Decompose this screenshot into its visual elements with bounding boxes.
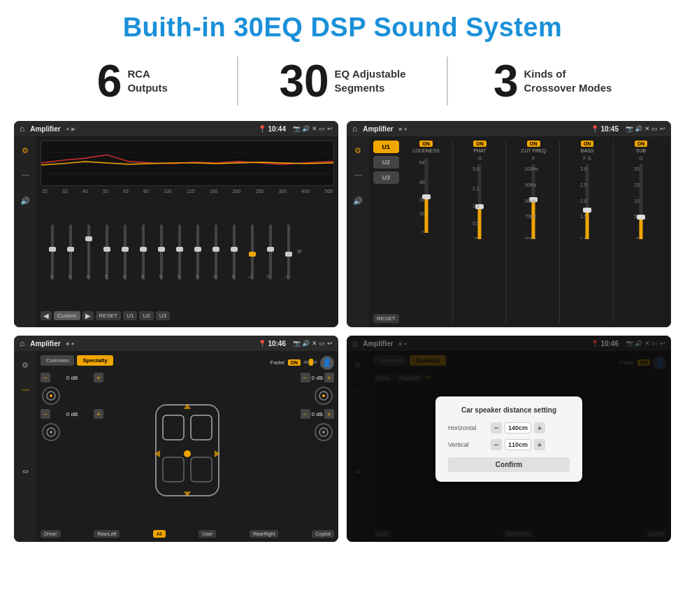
fader-speaker-r2 — [313, 422, 334, 443]
eq-u2-btn[interactable]: U2 — [139, 311, 153, 320]
fader-left-bottom-minus[interactable]: − — [41, 409, 50, 419]
stats-row: 6 RCAOutputs 30 EQ AdjustableSegments 3 … — [0, 50, 685, 115]
svg-text:48: 48 — [419, 180, 425, 185]
fader-right-bottom-plus[interactable]: + — [324, 409, 334, 419]
divider-1 — [237, 57, 238, 106]
amp-sidebar-speaker-icon[interactable]: 🔊 — [349, 192, 366, 209]
dialog-horizontal-minus[interactable]: − — [491, 422, 502, 434]
amp-phat-sub: G — [478, 156, 482, 161]
eq-sliders-svg: 0 0 0 5 0 0 0 0 0 0 0 -1 — [42, 222, 333, 282]
svg-text:16: 16 — [419, 211, 425, 216]
fader-left-top-minus[interactable]: − — [41, 373, 50, 382]
fader-right-top-minus[interactable]: − — [301, 373, 310, 382]
fader-body: − 0 dB + − — [41, 373, 334, 527]
eq-custom-btn[interactable]: Custom — [54, 311, 80, 320]
stat-label-eq: EQ AdjustableSegments — [335, 59, 406, 94]
fader-all-btn[interactable]: All — [153, 530, 166, 538]
dialog-horizontal-row: Horizontal − 140cm + — [448, 422, 570, 434]
amp-loudness-on[interactable]: ON — [419, 141, 433, 147]
fader-copilot-btn[interactable]: Copilot — [312, 530, 334, 538]
eq-prev-btn[interactable]: ◀ — [41, 311, 52, 320]
svg-text:0: 0 — [267, 274, 270, 279]
fader-left-bottom-plus[interactable]: + — [94, 409, 103, 419]
fader-sidebar: ⚙ 〰 ⇔ — [14, 351, 36, 542]
fader-right-bottom-minus[interactable]: − — [301, 409, 310, 419]
eq-next-btn[interactable]: ▶ — [82, 311, 94, 320]
fader-avatar[interactable]: 👤 — [320, 356, 334, 370]
fader-rearleft-btn[interactable]: RearLeft — [94, 530, 120, 538]
fader-app-title: Amplifier — [30, 340, 60, 348]
fader-slider-mini[interactable] — [303, 358, 317, 368]
amp-dot1: ■ ● — [399, 126, 408, 132]
amp-sidebar-wave-icon[interactable]: 〰 — [349, 167, 366, 184]
amp-reset-btn[interactable]: RESET — [373, 314, 399, 323]
amp-sub-slider[interactable]: 20 15 10 5 0 — [630, 162, 651, 239]
fader-right-controls: − 0 dB + − — [271, 373, 334, 527]
fader-rearright-btn[interactable]: RearRight — [250, 530, 279, 538]
fader-sidebar-speaker-icon[interactable]: ⇔ — [17, 463, 34, 480]
amp-bass-svg: 3.0 2.5 2.0 1.5 1.0 — [577, 162, 598, 239]
amp-phat-slider[interactable]: 3.0 2.1 1.3 0.5 0 — [469, 162, 490, 239]
fader-right-bottom-db: − 0 dB + — [301, 409, 334, 419]
amp-sidebar-eq-icon[interactable]: ⚙ — [349, 142, 366, 159]
eq-bottom-buttons: ◀ Custom ▶ RESET U1 U2 U3 — [41, 308, 334, 323]
fader-tab-common[interactable]: Common — [41, 355, 74, 366]
amp-home-icon[interactable]: ⌂ — [352, 124, 357, 134]
amp-sub-on[interactable]: ON — [635, 141, 648, 147]
fader-home-icon[interactable]: ⌂ — [20, 338, 24, 348]
amp-phat-on[interactable]: ON — [473, 141, 486, 147]
eq-u3-btn[interactable]: U3 — [156, 311, 170, 320]
amp-phat-svg: 3.0 2.1 1.3 0.5 0 — [469, 162, 490, 239]
amp-u3-preset[interactable]: U3 — [373, 171, 399, 184]
amp-u2-preset[interactable]: U2 — [373, 156, 399, 169]
fader-icons: 📷 🔊 ✕ ▭ ↩ — [293, 340, 333, 347]
amp-bass-on[interactable]: ON — [581, 141, 594, 147]
svg-text:1.3: 1.3 — [473, 203, 480, 208]
fader-speaker-l — [41, 385, 62, 406]
eq-sidebar-eq-icon[interactable]: ⚙ — [17, 142, 34, 159]
home-icon[interactable]: ⌂ — [20, 124, 24, 134]
fader-user-btn[interactable]: User — [199, 530, 216, 538]
svg-rect-22 — [212, 247, 219, 252]
dialog-horizontal-plus[interactable]: + — [534, 422, 545, 434]
amp-loudness-slider[interactable]: 64 48 32 16 0 — [416, 156, 437, 233]
amp-u1-preset[interactable]: U1 — [373, 141, 399, 153]
svg-text:0: 0 — [50, 274, 53, 279]
eq-reset-btn[interactable]: RESET — [96, 311, 122, 320]
eq-icons: 📷 🔊 ✕ ▭ ↩ — [293, 125, 333, 132]
amp-cutfreq-slider[interactable]: 100Hz 90Hz 80Hz 70Hz 60Hz — [523, 162, 544, 239]
eq-sidebar-wave-icon[interactable]: 〰 — [17, 167, 34, 184]
eq-screen-card: ⌂ Amplifier ● ▶ 📍 10:44 📷 🔊 ✕ ▭ ↩ ⚙ 〰 🔊 — [14, 121, 338, 327]
amp-sub-label: SUB — [636, 148, 646, 153]
svg-text:90Hz: 90Hz — [525, 182, 537, 187]
fader-sidebar-wave-icon[interactable]: 〰 — [17, 382, 34, 399]
svg-rect-98 — [191, 457, 212, 482]
amp-cutfreq-svg: 100Hz 90Hz 80Hz 70Hz 60Hz — [523, 162, 544, 239]
fader-driver-btn[interactable]: Driver — [41, 530, 61, 538]
eq-freq-labels: 253240506380 100125160200250320 400500 — [41, 189, 334, 194]
dialog-vertical-minus[interactable]: − — [491, 439, 502, 450]
dialog-vertical-plus[interactable]: + — [534, 439, 545, 450]
amp-screen-content: ⚙ 〰 🔊 U1 U2 U3 RESET ON LOUDNESS — [347, 136, 671, 327]
dialog-confirm-button[interactable]: Confirm — [448, 457, 570, 472]
svg-text:0.5: 0.5 — [473, 221, 480, 226]
fader-right-top-plus[interactable]: + — [324, 373, 334, 382]
amp-cutfreq-on[interactable]: ON — [527, 141, 540, 147]
fader-left-bottom-val: 0 dB — [52, 411, 92, 417]
fader-left-top-plus[interactable]: + — [94, 373, 103, 382]
svg-text:3.0: 3.0 — [580, 166, 587, 171]
amp-cutfreq-label: CUT FREQ — [521, 148, 546, 153]
svg-point-109 — [322, 431, 325, 434]
eq-sidebar-speaker-icon[interactable]: 🔊 — [17, 192, 34, 209]
eq-u1-btn[interactable]: U1 — [123, 311, 137, 320]
amp-bass-sub: F G — [583, 156, 591, 161]
amp-bass-slider[interactable]: 3.0 2.5 2.0 1.5 1.0 — [577, 162, 598, 239]
fader-tab-specialty[interactable]: Specialty — [77, 355, 113, 366]
fader-sidebar-eq-icon[interactable]: ⚙ — [17, 357, 34, 373]
amp-loudness-svg: 64 48 32 16 0 — [416, 156, 437, 233]
svg-text:-1: -1 — [284, 274, 289, 279]
svg-text:1.0: 1.0 — [580, 236, 587, 239]
fader-left-top-val: 0 dB — [52, 375, 92, 381]
amp-status-bar: ⌂ Amplifier ■ ● 📍 10:45 📷 🔊 ✕ ▭ ↩ — [347, 121, 671, 136]
amp-app-title: Amplifier — [363, 125, 393, 133]
